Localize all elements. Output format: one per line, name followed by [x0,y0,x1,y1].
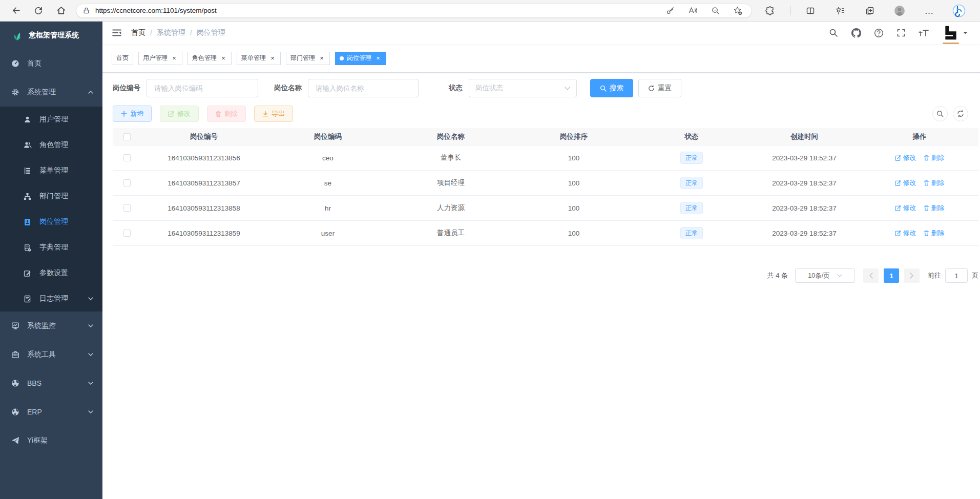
modify-button[interactable]: 修改 [160,106,199,122]
sidebar-item-role-mgmt[interactable]: 角色管理 [0,132,102,158]
caret-down-icon [963,32,968,34]
export-button[interactable]: 导出 [254,106,293,122]
sidebar-item-post-mgmt[interactable]: 岗位管理 [0,209,102,235]
edit-icon [895,205,901,211]
font-size-icon[interactable] [918,27,929,38]
search-toggle-icon[interactable] [932,106,948,121]
sidebar-item-menu-mgmt[interactable]: 菜单管理 [0,158,102,183]
post-code-input[interactable] [147,79,258,97]
reset-button[interactable]: 重置 [638,79,681,97]
app-logo[interactable]: 意框架管理系统 [0,22,102,49]
cell-post-code: ceo [266,154,389,162]
zoom-out-icon[interactable] [708,4,722,17]
gear-icon [11,88,20,97]
row-edit-link[interactable]: 修改 [895,228,916,238]
profile-icon[interactable] [893,4,906,17]
row-edit-link[interactable]: 修改 [895,203,916,213]
sidebar-item-param-settings[interactable]: 参数设置 [0,260,102,286]
breadcrumb: 首页 / 系统管理 / 岗位管理 [131,28,225,37]
search-icon[interactable] [828,27,839,38]
sidebar-item-user-mgmt[interactable]: 用户管理 [0,107,102,132]
copilot-icon[interactable] [952,4,966,17]
post-name-label: 岗位名称 [274,84,302,93]
tab-actions-icon[interactable] [863,4,877,17]
row-checkbox[interactable] [123,230,131,237]
favorite-add-icon[interactable] [731,4,744,17]
tab-role-mgmt[interactable]: 角色管理 × [187,52,232,65]
close-icon[interactable]: × [374,55,382,62]
cell-post-code: se [266,179,389,187]
search-button[interactable]: 搜索 [590,79,633,97]
sidebar-item-monitor[interactable]: 系统监控 [0,311,102,340]
close-icon[interactable]: × [318,55,325,62]
table-row: 1641030593112313859 user 普通员工 100 正常 202… [113,221,978,246]
sidebar-item-bbs[interactable]: BBS [0,369,102,398]
cell-post-id: 1641030593112313858 [141,204,266,212]
sidebar-item-erp[interactable]: ERP [0,398,102,426]
row-delete-link[interactable]: 删除 [924,203,945,213]
tab-user-mgmt[interactable]: 用户管理 × [138,52,182,65]
more-icon[interactable]: … [923,4,936,17]
sidebar-item-log-mgmt[interactable]: 日志管理 [0,286,102,311]
back-icon[interactable] [8,3,24,18]
chevron-down-icon [88,410,93,413]
prev-page-icon[interactable] [863,268,879,283]
tab-dept-mgmt[interactable]: 部门管理 × [286,52,330,65]
next-page-icon[interactable] [904,268,920,283]
page-size-select[interactable]: 10条/页 [795,268,855,283]
close-icon[interactable]: × [220,55,227,62]
search-button-label: 搜索 [610,84,623,93]
table-toolbar: 新增 修改 删除 导出 [113,106,970,122]
sidebar-item-system[interactable]: 系统管理 [0,78,102,107]
user-avatar[interactable] [943,25,968,41]
row-delete-link[interactable]: 删除 [924,153,945,162]
row-delete-link[interactable]: 删除 [924,228,945,238]
help-icon[interactable] [873,27,884,38]
add-button[interactable]: 新增 [113,106,152,122]
cell-created-at: 2023-03-29 18:52:37 [748,179,861,187]
app-title: 意框架管理系统 [29,31,79,40]
key-icon[interactable] [663,4,677,17]
tab-home[interactable]: 首页 [112,52,133,65]
extensions-icon[interactable] [763,4,777,17]
fullscreen-icon[interactable] [895,27,907,38]
url-text[interactable]: https://ccnetcore.com:1101/system/post [95,7,654,14]
row-checkbox[interactable] [123,204,131,212]
select-all-checkbox[interactable] [123,133,131,140]
page-unit-label: 页 [972,271,978,280]
address-bar[interactable]: https://ccnetcore.com:1101/system/post [76,4,752,18]
badge-icon [24,218,32,226]
sidebar-item-dept-mgmt[interactable]: 部门管理 [0,183,102,209]
close-icon[interactable]: × [171,55,178,62]
read-aloud-icon[interactable] [686,4,699,17]
row-checkbox[interactable] [123,179,131,186]
sidebar-item-yi-framework[interactable]: Yi框架 [0,426,102,455]
tab-post-mgmt[interactable]: 岗位管理 × [335,52,386,65]
home-icon[interactable] [53,3,69,18]
refresh-table-icon[interactable] [953,106,968,121]
sidebar-item-dict-mgmt[interactable]: 字典管理 [0,235,102,260]
breadcrumb-home[interactable]: 首页 [131,28,145,37]
tab-menu-mgmt[interactable]: 菜单管理 × [237,52,281,65]
status-select[interactable]: 岗位状态 [469,79,577,97]
close-icon[interactable]: × [269,55,276,62]
sidebar-item-tools[interactable]: 系统工具 [0,340,102,369]
row-delete-link[interactable]: 删除 [924,178,945,188]
sidebar-item-home[interactable]: 首页 [0,49,102,78]
chevron-down-icon [565,87,570,90]
trash-icon [215,111,221,117]
collections-icon[interactable] [833,4,847,17]
page-number-1[interactable]: 1 [884,268,899,283]
split-screen-icon[interactable] [804,4,817,17]
sidebar-item-label: 日志管理 [39,294,68,303]
delete-button[interactable]: 删除 [207,106,246,122]
row-checkbox[interactable] [123,154,131,161]
hamburger-icon[interactable] [112,27,123,38]
row-edit-link[interactable]: 修改 [895,178,916,188]
cell-created-at: 2023-03-29 18:52:37 [748,204,861,212]
row-edit-link[interactable]: 修改 [895,153,916,162]
refresh-icon[interactable] [31,3,46,18]
github-icon[interactable] [850,27,862,38]
goto-page-input[interactable] [945,268,968,283]
post-name-input[interactable] [308,79,419,97]
